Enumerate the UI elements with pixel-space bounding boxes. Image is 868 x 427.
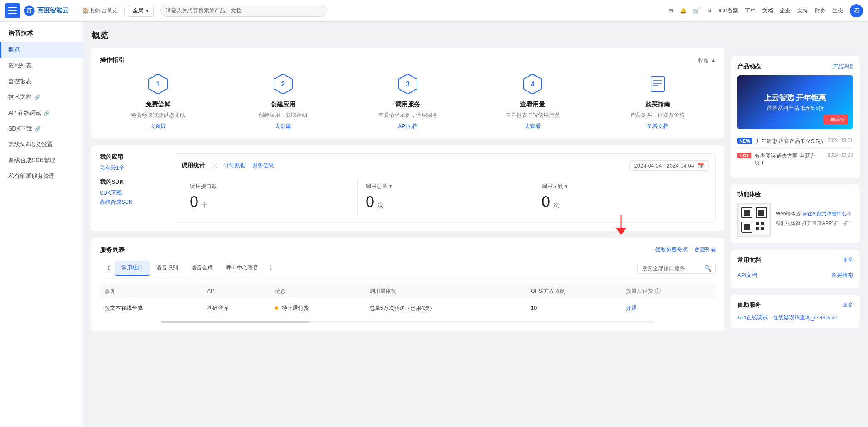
- purchase-guide-link[interactable]: 购买指南: [831, 272, 853, 279]
- self-service-card: 自助服务 更多 API在线调试 在线错误码查询_64440031: [731, 295, 860, 328]
- docs-label[interactable]: 文档: [762, 7, 773, 15]
- news-text-1[interactable]: 开年钜惠 语音产品低至5.5折: [756, 138, 824, 145]
- step-4-icon: 4: [521, 72, 544, 96]
- support-label[interactable]: 支持: [797, 7, 808, 15]
- sidebar-item-offline-words[interactable]: 离线词&语义设置: [0, 137, 83, 153]
- collapse-label: 收起: [698, 57, 709, 64]
- monitor-icon[interactable]: 🖥: [706, 7, 712, 14]
- news-text-2[interactable]: 有声阅读解决方案 全新升级！: [755, 152, 824, 167]
- banner-main-text: 上云智选 开年钜惠: [764, 93, 826, 103]
- self-service-title: 自助服务: [737, 301, 761, 309]
- services-table: 服务 API 状态 调用量限制 QPS/并发限制 按量后付费 ?: [100, 283, 716, 317]
- product-detail-link[interactable]: 产品详情: [833, 63, 853, 70]
- sidebar-item-app-list[interactable]: 应用列表: [0, 58, 83, 74]
- step-3: 3 调用服务 查看请求示例，调用服务 API文档: [350, 72, 466, 130]
- ecosystem-label[interactable]: 生态: [832, 7, 843, 15]
- stats-header: 调用统计 ? 详细数据 财务信息 2024-04-04 - 2024-04-04…: [182, 160, 709, 171]
- sidebar-item-private-deploy[interactable]: 私有部署服务管理: [0, 168, 83, 184]
- svg-text:4: 4: [531, 81, 535, 88]
- api-online-debug-link[interactable]: API在线调试: [737, 314, 768, 321]
- metric-2-dropdown-icon[interactable]: ▾: [389, 183, 392, 189]
- api-docs-link[interactable]: API文档: [737, 272, 757, 279]
- svg-rect-25: [756, 227, 760, 230]
- baidu-logo-icon: 百: [23, 5, 35, 17]
- step-5-link[interactable]: 价格文档: [647, 123, 668, 130]
- get-free-resource-link[interactable]: 领取免费资源: [655, 246, 688, 254]
- docs-more-link[interactable]: 更多: [843, 257, 853, 264]
- step-3-link[interactable]: API文档: [398, 123, 418, 130]
- metric-3-dropdown-icon[interactable]: ▾: [565, 183, 568, 189]
- sidebar-item-sdk-download[interactable]: SDK下载 🔗: [0, 121, 83, 137]
- step-4-link[interactable]: 去查看: [525, 123, 541, 130]
- collapse-button[interactable]: 收起 ▲: [698, 57, 716, 64]
- step-5-desc: 产品购买，计费及价格: [631, 111, 685, 119]
- tab-speech-recognition[interactable]: 语音识别: [150, 261, 185, 276]
- stats-detail-link[interactable]: 详细数据: [224, 162, 246, 169]
- self-service-more-link[interactable]: 更多: [843, 301, 853, 309]
- metric-2-label: 调用总量 ▾: [366, 183, 525, 190]
- logo[interactable]: 百 百度智能云: [23, 5, 69, 17]
- sidebar-item-tech-docs[interactable]: 技术文档 🔗: [0, 89, 83, 105]
- user-avatar[interactable]: 石: [850, 4, 863, 17]
- step-1-icon: 1: [146, 72, 170, 96]
- self-service-header: 自助服务 更多: [737, 301, 853, 309]
- step-1-link[interactable]: 去领取: [150, 123, 166, 130]
- step-2-link[interactable]: 去创建: [275, 123, 291, 130]
- sidebar-item-api-debug[interactable]: API在线调试 🔗: [0, 105, 83, 121]
- logo-text: 百度智能云: [37, 7, 69, 15]
- notification-icon[interactable]: 🔔: [680, 7, 686, 14]
- stats-date-picker[interactable]: 2024-04-04 - 2024-04-04 📅: [629, 160, 709, 171]
- tab-speech-synthesis[interactable]: 语音合成: [185, 261, 219, 276]
- error-code-query-link[interactable]: 在线错误码查询_64440031: [773, 314, 838, 321]
- service-search-input[interactable]: [642, 265, 704, 272]
- banner-learn-more-button[interactable]: 了解详情: [823, 115, 848, 124]
- sidebar-item-overview[interactable]: 概览: [0, 42, 83, 58]
- tab-next-arrow[interactable]: 》: [265, 261, 280, 276]
- offline-sdk-link[interactable]: 离线合成SDK: [100, 198, 166, 206]
- stats-finance-link[interactable]: 财务信息: [252, 162, 274, 169]
- cart-icon[interactable]: 🛒: [693, 7, 700, 14]
- web-exp-link[interactable]: 前往AI能力体验中心 >: [802, 211, 851, 217]
- cell-limit: 总量5万次赠送（已用4次）: [365, 299, 526, 317]
- enterprise-label[interactable]: 企业: [780, 7, 791, 15]
- sidebar-title: 语音技术: [0, 22, 83, 42]
- metric-1-unit: 个: [202, 202, 207, 208]
- cell-postpaid: 开通: [621, 299, 716, 317]
- web-experience-line[interactable]: Web端体验 前往AI能力体验中心 >: [776, 210, 853, 217]
- table-body: 短文本在线合成 基础音库 待开通付费 总量5万次赠送（已用4次） 10 开通: [100, 299, 716, 317]
- icp-label[interactable]: ICP备案: [718, 7, 738, 15]
- table-scroll-bar: [100, 321, 716, 323]
- my-app-public-cloud[interactable]: 公有云1个: [100, 164, 166, 172]
- metric-3-unit: 次: [553, 202, 559, 208]
- svg-text:3: 3: [406, 81, 410, 88]
- tab-call-center[interactable]: 呼叫中心语音: [219, 261, 265, 276]
- console-link[interactable]: 🏠 控制台总览: [82, 7, 118, 15]
- resource-list-link[interactable]: 资源列表: [694, 246, 716, 254]
- sidebar-item-monitor[interactable]: 监控报表: [0, 74, 83, 89]
- search-input[interactable]: [160, 5, 327, 17]
- metric-3-label: 调用失败 ▾: [542, 183, 700, 190]
- step-5-title: 购买指南: [645, 101, 670, 109]
- sidebar-item-offline-sdk-mgmt[interactable]: 离线合成SDK管理: [0, 153, 83, 168]
- common-docs-header: 常用文档 更多: [737, 257, 853, 264]
- chevron-up-icon: ▲: [710, 57, 716, 63]
- tab-prev-arrow[interactable]: 《: [100, 261, 115, 276]
- th-qps: QPS/并发限制: [526, 283, 621, 299]
- news-date-2: 2024-02-20: [828, 152, 853, 158]
- th-status: 状态: [270, 283, 365, 299]
- ticket-label[interactable]: 工单: [745, 7, 756, 15]
- step-1-desc: 免费领取资源供您测试: [131, 111, 185, 119]
- stats-info-icon[interactable]: ?: [212, 163, 217, 168]
- region-selector[interactable]: 全局 ▼: [128, 5, 154, 17]
- finance-label[interactable]: 财务: [815, 7, 826, 15]
- metric-failed-calls: 调用失败 ▾ 0 次: [533, 178, 709, 216]
- tab-common-api[interactable]: 常用接口: [115, 261, 150, 276]
- open-postpaid-button[interactable]: 开通: [626, 305, 637, 311]
- sdk-download-link[interactable]: SDK下载: [100, 189, 166, 197]
- step-3-title: 调用服务: [395, 101, 420, 109]
- grid-apps-icon[interactable]: ⊞: [668, 7, 673, 14]
- cell-service: 短文本在线合成: [100, 299, 202, 317]
- doc-item-1: API文档 购买指南: [737, 269, 853, 281]
- postpaid-info-icon[interactable]: ?: [655, 288, 661, 294]
- hamburger-menu[interactable]: [5, 3, 20, 18]
